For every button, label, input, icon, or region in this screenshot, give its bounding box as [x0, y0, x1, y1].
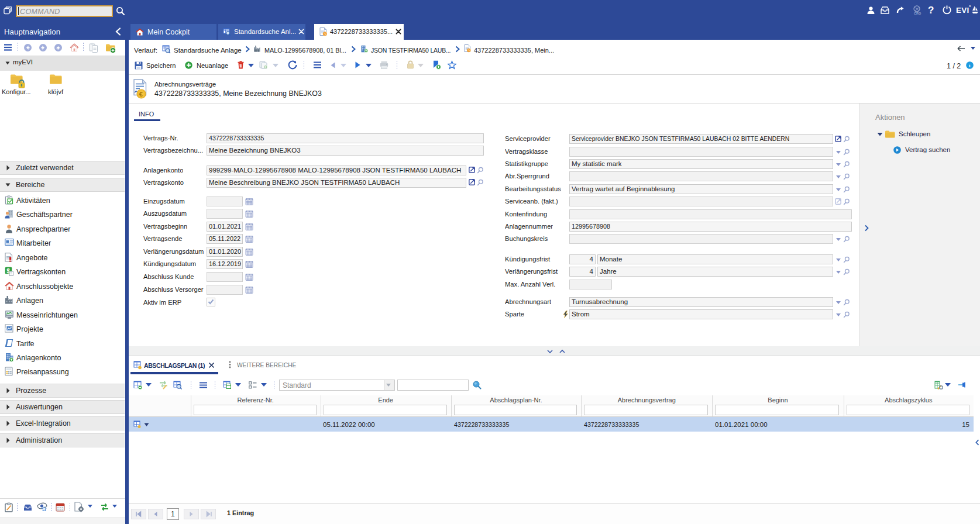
svg-text:CRO: CRO [914, 12, 921, 15]
svg-text:€: € [139, 91, 143, 98]
